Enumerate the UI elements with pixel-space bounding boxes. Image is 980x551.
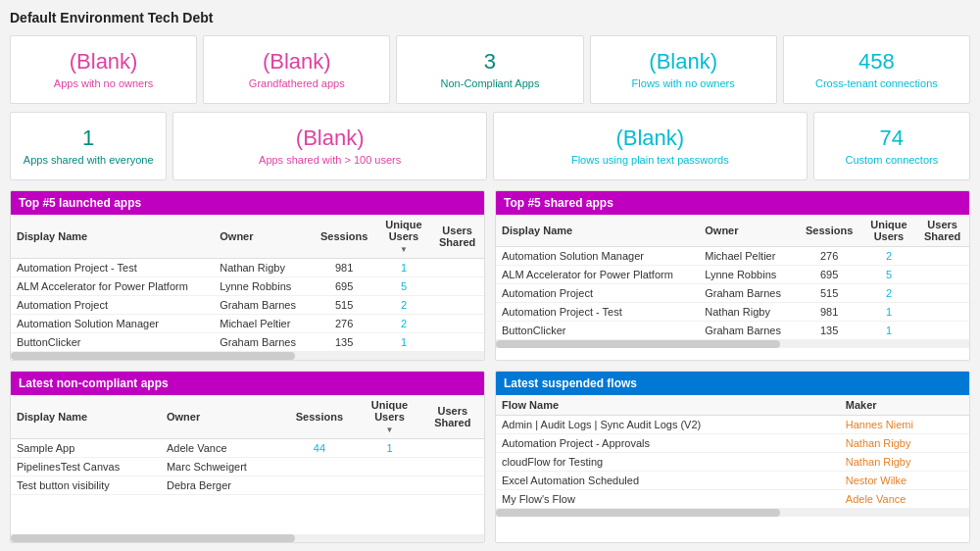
table-row[interactable]: ButtonClicker Graham Barnes 135 1 — [496, 322, 969, 340]
table-row[interactable]: Automation Solution Manager Michael Pelt… — [496, 247, 969, 266]
col-users-shared[interactable]: UsersShared — [430, 215, 484, 259]
cell-sessions: 981 — [797, 303, 862, 322]
stat-cross-tenant[interactable]: 458 Cross-tenant connections — [783, 35, 970, 104]
stat-label-apps-no-owners: Apps with no owners — [54, 77, 154, 90]
col-sessions-s[interactable]: Sessions — [797, 215, 862, 247]
suspended-flows-header-row: Flow Name Maker — [496, 395, 969, 416]
cell-display-name: Automation Project - Test — [11, 259, 214, 277]
table-row[interactable]: ALM Accelerator for Power Platform Lynne… — [496, 266, 969, 284]
stat-label-plain-text: Flows using plain text passwords — [571, 154, 729, 167]
table-row[interactable]: cloudFlow for Testing Nathan Rigby — [496, 453, 969, 472]
suspended-flows-table: Flow Name Maker Admin | Audit Logs | Syn… — [496, 395, 969, 509]
stat-value-noncompliant: 3 — [484, 49, 496, 75]
stat-label-shared-100: Apps shared with > 100 users — [259, 154, 401, 167]
cell-sessions: 44 — [281, 439, 359, 458]
cell-maker: Nathan Rigby — [840, 434, 969, 453]
table-row[interactable]: Automation Project - Test Nathan Rigby 9… — [11, 259, 484, 277]
col-maker[interactable]: Maker — [840, 395, 969, 416]
cell-unique-users: 2 — [377, 296, 431, 315]
table-row[interactable]: Admin | Audit Logs | Sync Audit Logs (V2… — [496, 416, 969, 434]
col-unique-users-s[interactable]: UniqueUsers — [862, 215, 916, 247]
cell-display-name: ALM Accelerator for Power Platform — [11, 277, 214, 296]
col-sessions[interactable]: Sessions — [312, 215, 377, 259]
stat-value-plain-text: (Blank) — [615, 125, 684, 151]
stat-label-shared-everyone: Apps shared with everyone — [24, 154, 154, 167]
table-row[interactable]: Automation Solution Manager Michael Pelt… — [11, 315, 484, 333]
cell-maker: Hannes Niemi — [840, 416, 969, 434]
table-row[interactable]: ALM Accelerator for Power Platform Lynne… — [11, 277, 484, 296]
cell-display-name: Automation Solution Manager — [11, 315, 214, 333]
stat-flows-no-owners[interactable]: (Blank) Flows with no owners — [590, 35, 777, 104]
cell-maker: Adele Vance — [840, 490, 969, 509]
col-owner-nc[interactable]: Owner — [161, 395, 281, 439]
stat-plain-text-passwords[interactable]: (Blank) Flows using plain text passwords — [493, 112, 808, 180]
col-users-shared-nc[interactable]: UsersShared — [421, 395, 484, 439]
cell-sessions: 135 — [312, 333, 377, 352]
table-row[interactable]: Test button visibility Debra Berger — [11, 476, 484, 495]
cell-unique-users: 2 — [862, 247, 916, 266]
stat-label-grandfathered: Grandfathered apps — [249, 77, 345, 90]
cell-owner: Graham Barnes — [699, 284, 796, 303]
stats-row2: 1 Apps shared with everyone (Blank) Apps… — [10, 112, 970, 180]
cell-owner: Graham Barnes — [699, 322, 796, 340]
table-row[interactable]: Automation Project - Approvals Nathan Ri… — [496, 434, 969, 453]
table-row[interactable]: Automation Project Graham Barnes 515 2 — [11, 296, 484, 315]
col-users-shared-s[interactable]: UsersShared — [915, 215, 969, 247]
table-row[interactable]: Automation Project - Test Nathan Rigby 9… — [496, 303, 969, 322]
noncompliant-apps-scrollbar[interactable] — [11, 534, 484, 542]
col-owner[interactable]: Owner — [214, 215, 311, 259]
cell-display-name: Automation Solution Manager — [496, 247, 699, 266]
table-row[interactable]: My Flow's Flow Adele Vance — [496, 490, 969, 509]
table-row[interactable]: ButtonClicker Graham Barnes 135 1 — [11, 333, 484, 352]
stat-shared-100[interactable]: (Blank) Apps shared with > 100 users — [172, 112, 487, 180]
cell-display-name: PipelinesTest Canvas — [11, 458, 161, 476]
cell-users-shared — [915, 284, 969, 303]
shared-apps-header-row: Display Name Owner Sessions UniqueUsers … — [496, 215, 969, 247]
cell-owner: Lynne Robbins — [214, 277, 311, 296]
cell-maker: Nestor Wilke — [840, 472, 969, 490]
stat-label-noncompliant: Non-Compliant Apps — [441, 77, 540, 90]
stat-value-grandfathered: (Blank) — [263, 49, 331, 75]
page-title: Default Environment Tech Debt — [10, 10, 970, 25]
launched-apps-section: Top #5 launched apps Display Name Owner … — [10, 190, 485, 361]
suspended-flows-scrollbar[interactable] — [496, 509, 969, 517]
col-unique-users[interactable]: UniqueUsers▼ — [377, 215, 431, 259]
cell-display-name: Automation Project — [11, 296, 214, 315]
stat-label-flows-no-owners: Flows with no owners — [632, 77, 735, 90]
col-owner-s[interactable]: Owner — [699, 215, 796, 247]
stat-noncompliant-apps[interactable]: 3 Non-Compliant Apps — [396, 35, 583, 104]
table-row[interactable]: PipelinesTest Canvas Marc Schweigert — [11, 458, 484, 476]
col-sessions-nc[interactable]: Sessions — [281, 395, 359, 439]
suspended-flows-scrollbar-thumb — [496, 509, 780, 517]
cell-unique-users — [358, 458, 420, 476]
cell-users-shared — [915, 322, 969, 340]
noncompliant-scrollbar-thumb — [11, 534, 295, 542]
stat-apps-no-owners[interactable]: (Blank) Apps with no owners — [10, 35, 197, 104]
shared-apps-scrollbar[interactable] — [496, 340, 969, 348]
stat-value-shared-everyone: 1 — [82, 125, 94, 151]
stat-shared-everyone[interactable]: 1 Apps shared with everyone — [10, 112, 167, 180]
cell-maker: Nathan Rigby — [840, 453, 969, 472]
noncompliant-apps-header: Latest non-compliant apps — [11, 372, 484, 395]
table-row[interactable]: Excel Automation Scheduled Nestor Wilke — [496, 472, 969, 490]
col-flow-name[interactable]: Flow Name — [496, 395, 840, 416]
launched-apps-header-row: Display Name Owner Sessions UniqueUsers▼… — [11, 215, 484, 259]
cell-unique-users: 1 — [377, 259, 431, 277]
stat-custom-connectors[interactable]: 74 Custom connectors — [813, 112, 970, 180]
col-display-name-nc[interactable]: Display Name — [11, 395, 161, 439]
launched-apps-scrollbar[interactable] — [11, 352, 484, 360]
stat-grandfathered-apps[interactable]: (Blank) Grandfathered apps — [203, 35, 390, 104]
cell-owner: Lynne Robbins — [699, 266, 796, 284]
cell-flow-name: cloudFlow for Testing — [496, 453, 840, 472]
col-display-name[interactable]: Display Name — [11, 215, 214, 259]
col-display-name-s[interactable]: Display Name — [496, 215, 699, 247]
col-unique-users-nc[interactable]: UniqueUsers▼ — [358, 395, 420, 439]
bottom-grid: Top #5 launched apps Display Name Owner … — [10, 190, 970, 543]
table-row[interactable]: Automation Project Graham Barnes 515 2 — [496, 284, 969, 303]
cell-sessions — [281, 458, 359, 476]
table-row[interactable]: Sample App Adele Vance 44 1 — [11, 439, 484, 458]
cell-owner: Nathan Rigby — [699, 303, 796, 322]
cell-sessions: 695 — [797, 266, 862, 284]
cell-owner: Michael Peltier — [214, 315, 311, 333]
cell-unique-users: 2 — [377, 315, 431, 333]
